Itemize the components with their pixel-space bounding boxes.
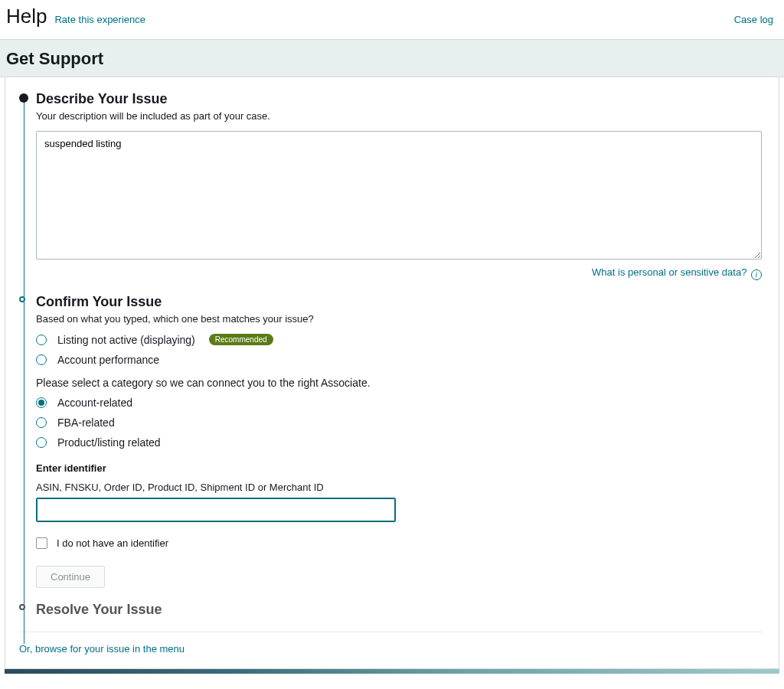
identifier-hint: ASIN, FNSKU, Order ID, Product ID, Shipm… — [36, 482, 762, 493]
steps-container: Describe Your Issue Your description wil… — [19, 91, 762, 618]
radio-label: Listing not active (displaying) — [57, 334, 195, 346]
rate-experience-link[interactable]: Rate this experience — [54, 14, 145, 25]
recommended-badge: Recommended — [209, 334, 273, 345]
category-option-row: FBA-related — [36, 416, 762, 429]
identifier-label: Enter identifier — [36, 462, 762, 474]
continue-button[interactable]: Continue — [36, 566, 105, 588]
browse-menu-link[interactable]: Or, browse for your issue in the menu — [19, 643, 185, 655]
category-prompt: Please select a category so we can conne… — [36, 377, 762, 389]
radio-label: Product/listing related — [57, 436, 161, 449]
step-resolve: Resolve Your Issue — [36, 602, 762, 618]
no-identifier-label: I do not have an identifier — [57, 537, 168, 549]
radio-listing-not-active[interactable] — [36, 335, 47, 345]
personal-data-link[interactable]: What is personal or sensitive data? — [592, 266, 746, 278]
radio-fba-related[interactable] — [36, 417, 47, 428]
step1-subtitle: Your description will be included as par… — [36, 110, 762, 122]
step-dot-filled-icon — [19, 93, 28, 103]
helper-row: What is personal or sensitive data? i — [36, 266, 762, 280]
no-identifier-row: I do not have an identifier — [36, 537, 762, 549]
issue-description-textarea[interactable] — [36, 131, 762, 260]
radio-account-performance[interactable] — [36, 354, 47, 365]
radio-product-listing-related[interactable] — [36, 437, 47, 448]
category-option-row: Product/listing related — [36, 436, 762, 449]
subheader: Get Support — [0, 40, 784, 77]
step-dot-dim-icon — [19, 604, 25, 610]
step2-subtitle: Based on what you typed, which one best … — [36, 313, 762, 325]
step-connector-line — [24, 100, 24, 644]
case-log-link[interactable]: Case log — [734, 14, 773, 25]
identifier-input[interactable] — [36, 498, 396, 522]
top-bar: Help Rate this experience Case log — [0, 0, 784, 40]
category-option-row: Account-related — [36, 397, 762, 409]
radio-label: FBA-related — [57, 416, 115, 429]
info-icon[interactable]: i — [751, 269, 762, 280]
radio-label: Account performance — [57, 354, 159, 366]
step1-title: Describe Your Issue — [36, 91, 762, 107]
radio-label: Account-related — [57, 397, 132, 409]
radio-account-related[interactable] — [36, 397, 47, 408]
step3-title: Resolve Your Issue — [36, 602, 762, 618]
help-title: Help — [6, 5, 47, 28]
step-describe: Describe Your Issue Your description wil… — [36, 91, 762, 280]
main-panel: Describe Your Issue Your description wil… — [5, 77, 779, 669]
step-confirm: Confirm Your Issue Based on what you typ… — [36, 294, 762, 588]
no-identifier-checkbox[interactable] — [36, 537, 47, 549]
step2-title: Confirm Your Issue — [36, 294, 762, 310]
step-dot-open-icon — [19, 296, 25, 302]
top-bar-left: Help Rate this experience — [6, 5, 145, 28]
issue-option-row: Account performance — [36, 354, 762, 366]
issue-option-row: Listing not active (displaying) Recommen… — [36, 334, 762, 346]
decorative-strip — [5, 669, 779, 674]
footer: Or, browse for your issue in the menu — [19, 632, 762, 655]
page-title: Get Support — [6, 49, 778, 69]
